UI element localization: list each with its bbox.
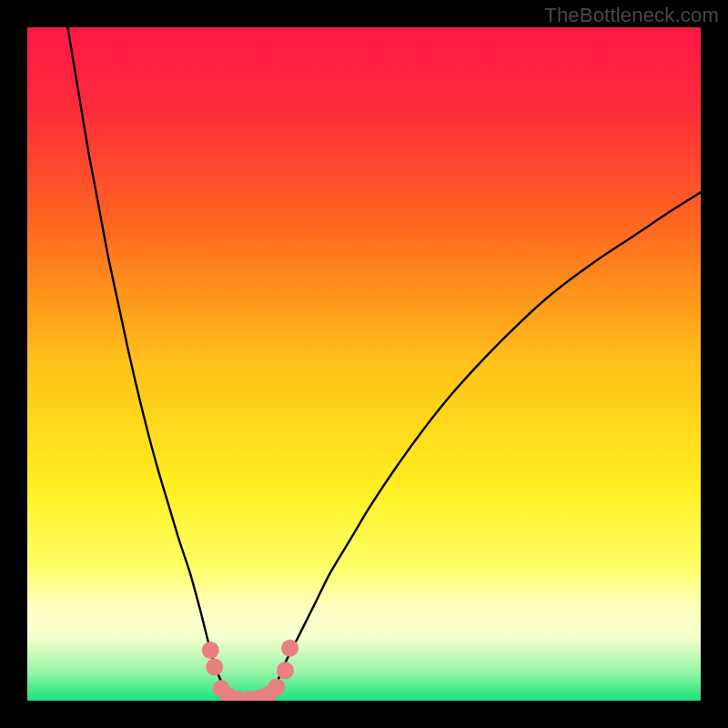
marker-dot — [206, 659, 223, 676]
marker-dot — [277, 662, 294, 679]
outer-frame: TheBottleneck.com — [0, 0, 728, 728]
plot-area — [27, 27, 701, 701]
gradient-background — [27, 27, 701, 701]
marker-dot — [202, 642, 219, 659]
marker-dot — [281, 640, 298, 657]
marker-dot — [268, 679, 285, 696]
chart-svg — [27, 27, 701, 701]
watermark-text: TheBottleneck.com — [544, 4, 719, 27]
